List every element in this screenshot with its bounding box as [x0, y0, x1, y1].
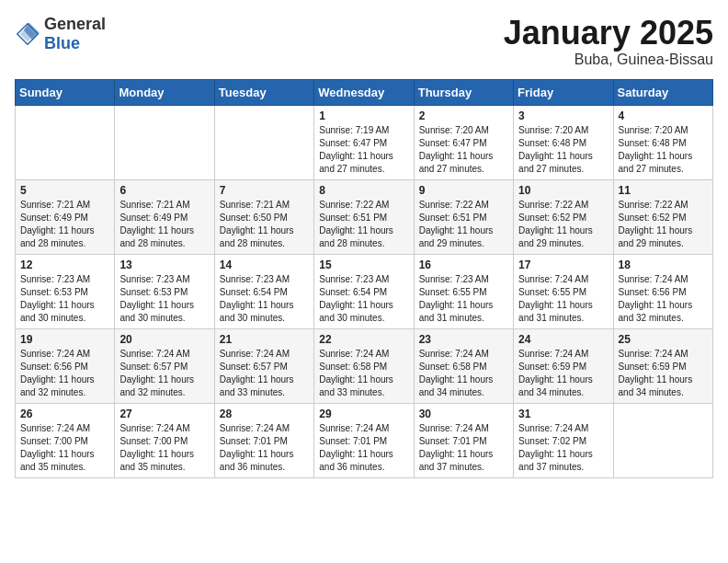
day-number: 5 — [20, 184, 109, 197]
weekday-header-friday: Friday — [514, 79, 613, 105]
day-info: Sunrise: 7:21 AM Sunset: 6:50 PM Dayligh… — [220, 199, 309, 250]
day-number: 15 — [319, 259, 408, 271]
calendar-cell: 31Sunrise: 7:24 AM Sunset: 7:02 PM Dayli… — [514, 403, 613, 477]
calendar-cell: 24Sunrise: 7:24 AM Sunset: 6:59 PM Dayli… — [514, 328, 613, 403]
calendar-week-row: 5Sunrise: 7:21 AM Sunset: 6:49 PM Daylig… — [16, 179, 713, 254]
day-info: Sunrise: 7:24 AM Sunset: 7:01 PM Dayligh… — [419, 422, 508, 474]
day-number: 11 — [619, 184, 708, 197]
calendar-table: SundayMondayTuesdayWednesdayThursdayFrid… — [15, 79, 713, 478]
day-number: 4 — [619, 109, 708, 122]
day-number: 24 — [518, 333, 608, 346]
day-number: 17 — [518, 259, 608, 271]
day-info: Sunrise: 7:22 AM Sunset: 6:52 PM Dayligh… — [619, 199, 708, 250]
day-number: 6 — [119, 184, 209, 197]
calendar-cell: 17Sunrise: 7:24 AM Sunset: 6:55 PM Dayli… — [514, 254, 613, 328]
day-number: 7 — [220, 184, 309, 197]
calendar-cell: 1Sunrise: 7:19 AM Sunset: 6:47 PM Daylig… — [314, 105, 414, 179]
weekday-header-tuesday: Tuesday — [214, 79, 313, 105]
day-info: Sunrise: 7:24 AM Sunset: 7:00 PM Dayligh… — [20, 422, 109, 474]
weekday-header-thursday: Thursday — [414, 79, 513, 105]
month-title: January 2025 — [504, 15, 713, 52]
weekday-header-monday: Monday — [115, 79, 214, 105]
day-number: 16 — [419, 259, 508, 271]
day-info: Sunrise: 7:23 AM Sunset: 6:53 PM Dayligh… — [119, 273, 209, 325]
day-number: 1 — [319, 109, 408, 122]
day-info: Sunrise: 7:24 AM Sunset: 6:56 PM Dayligh… — [619, 273, 708, 325]
calendar-cell: 5Sunrise: 7:21 AM Sunset: 6:49 PM Daylig… — [16, 179, 115, 254]
calendar-week-row: 19Sunrise: 7:24 AM Sunset: 6:56 PM Dayli… — [16, 328, 713, 403]
calendar-cell: 22Sunrise: 7:24 AM Sunset: 6:58 PM Dayli… — [314, 328, 414, 403]
weekday-header-row: SundayMondayTuesdayWednesdayThursdayFrid… — [16, 79, 713, 105]
day-number: 21 — [220, 333, 309, 346]
day-info: Sunrise: 7:24 AM Sunset: 7:01 PM Dayligh… — [220, 422, 309, 474]
calendar-cell — [115, 105, 214, 179]
day-number: 13 — [119, 259, 209, 271]
day-number: 23 — [419, 333, 508, 346]
day-info: Sunrise: 7:19 AM Sunset: 6:47 PM Dayligh… — [319, 124, 408, 176]
day-number: 28 — [220, 408, 309, 420]
day-number: 3 — [518, 109, 608, 122]
calendar-cell: 6Sunrise: 7:21 AM Sunset: 6:49 PM Daylig… — [115, 179, 214, 254]
calendar-cell: 13Sunrise: 7:23 AM Sunset: 6:53 PM Dayli… — [115, 254, 214, 328]
weekday-header-wednesday: Wednesday — [314, 79, 414, 105]
calendar-cell — [214, 105, 313, 179]
calendar-cell — [16, 105, 115, 179]
day-info: Sunrise: 7:21 AM Sunset: 6:49 PM Dayligh… — [119, 199, 209, 250]
day-info: Sunrise: 7:24 AM Sunset: 7:00 PM Dayligh… — [119, 422, 209, 474]
calendar-cell: 27Sunrise: 7:24 AM Sunset: 7:00 PM Dayli… — [115, 403, 214, 477]
day-number: 2 — [419, 109, 508, 122]
day-info: Sunrise: 7:23 AM Sunset: 6:55 PM Dayligh… — [419, 273, 508, 325]
day-number: 20 — [119, 333, 209, 346]
day-info: Sunrise: 7:20 AM Sunset: 6:48 PM Dayligh… — [619, 124, 708, 176]
day-info: Sunrise: 7:23 AM Sunset: 6:53 PM Dayligh… — [20, 273, 109, 325]
calendar-cell: 7Sunrise: 7:21 AM Sunset: 6:50 PM Daylig… — [214, 179, 313, 254]
day-info: Sunrise: 7:20 AM Sunset: 6:47 PM Dayligh… — [419, 124, 508, 176]
calendar-cell: 18Sunrise: 7:24 AM Sunset: 6:56 PM Dayli… — [613, 254, 712, 328]
day-info: Sunrise: 7:20 AM Sunset: 6:48 PM Dayligh… — [518, 124, 608, 176]
day-number: 14 — [220, 259, 309, 271]
day-number: 25 — [619, 333, 708, 346]
day-info: Sunrise: 7:24 AM Sunset: 6:57 PM Dayligh… — [220, 348, 309, 399]
day-info: Sunrise: 7:22 AM Sunset: 6:51 PM Dayligh… — [419, 199, 508, 250]
calendar-cell: 23Sunrise: 7:24 AM Sunset: 6:58 PM Dayli… — [414, 328, 513, 403]
weekday-header-saturday: Saturday — [613, 79, 712, 105]
day-info: Sunrise: 7:23 AM Sunset: 6:54 PM Dayligh… — [220, 273, 309, 325]
day-info: Sunrise: 7:22 AM Sunset: 6:51 PM Dayligh… — [319, 199, 408, 250]
calendar-cell: 29Sunrise: 7:24 AM Sunset: 7:01 PM Dayli… — [314, 403, 414, 477]
calendar-cell: 20Sunrise: 7:24 AM Sunset: 6:57 PM Dayli… — [115, 328, 214, 403]
day-number: 27 — [119, 408, 209, 420]
weekday-header-sunday: Sunday — [16, 79, 115, 105]
calendar-cell: 26Sunrise: 7:24 AM Sunset: 7:00 PM Dayli… — [16, 403, 115, 477]
calendar-week-row: 26Sunrise: 7:24 AM Sunset: 7:00 PM Dayli… — [16, 403, 713, 477]
calendar-cell: 4Sunrise: 7:20 AM Sunset: 6:48 PM Daylig… — [613, 105, 712, 179]
calendar-cell: 11Sunrise: 7:22 AM Sunset: 6:52 PM Dayli… — [613, 179, 712, 254]
calendar-cell: 10Sunrise: 7:22 AM Sunset: 6:52 PM Dayli… — [514, 179, 613, 254]
day-info: Sunrise: 7:24 AM Sunset: 6:58 PM Dayligh… — [419, 348, 508, 399]
calendar-week-row: 12Sunrise: 7:23 AM Sunset: 6:53 PM Dayli… — [16, 254, 713, 328]
calendar-week-row: 1Sunrise: 7:19 AM Sunset: 6:47 PM Daylig… — [16, 105, 713, 179]
day-info: Sunrise: 7:24 AM Sunset: 7:01 PM Dayligh… — [319, 422, 408, 474]
calendar-cell: 30Sunrise: 7:24 AM Sunset: 7:01 PM Dayli… — [414, 403, 513, 477]
location-title: Buba, Guinea-Bissau — [504, 52, 713, 68]
calendar-cell: 2Sunrise: 7:20 AM Sunset: 6:47 PM Daylig… — [414, 105, 513, 179]
day-info: Sunrise: 7:21 AM Sunset: 6:49 PM Dayligh… — [20, 199, 109, 250]
day-number: 22 — [319, 333, 408, 346]
day-info: Sunrise: 7:24 AM Sunset: 6:59 PM Dayligh… — [518, 348, 608, 399]
day-info: Sunrise: 7:24 AM Sunset: 6:56 PM Dayligh… — [20, 348, 109, 399]
day-number: 26 — [20, 408, 109, 420]
calendar-cell: 28Sunrise: 7:24 AM Sunset: 7:01 PM Dayli… — [214, 403, 313, 477]
logo-icon — [15, 21, 40, 47]
calendar-cell: 14Sunrise: 7:23 AM Sunset: 6:54 PM Dayli… — [214, 254, 313, 328]
day-number: 18 — [619, 259, 708, 271]
calendar-cell: 19Sunrise: 7:24 AM Sunset: 6:56 PM Dayli… — [16, 328, 115, 403]
day-number: 12 — [20, 259, 109, 271]
day-number: 19 — [20, 333, 109, 346]
day-info: Sunrise: 7:24 AM Sunset: 6:58 PM Dayligh… — [319, 348, 408, 399]
day-number: 8 — [319, 184, 408, 197]
calendar-cell: 25Sunrise: 7:24 AM Sunset: 6:59 PM Dayli… — [613, 328, 712, 403]
day-number: 10 — [518, 184, 608, 197]
title-block: January 2025 Buba, Guinea-Bissau — [504, 15, 713, 68]
logo-general-text: General — [44, 15, 106, 33]
calendar-cell: 15Sunrise: 7:23 AM Sunset: 6:54 PM Dayli… — [314, 254, 414, 328]
day-number: 31 — [518, 408, 608, 420]
